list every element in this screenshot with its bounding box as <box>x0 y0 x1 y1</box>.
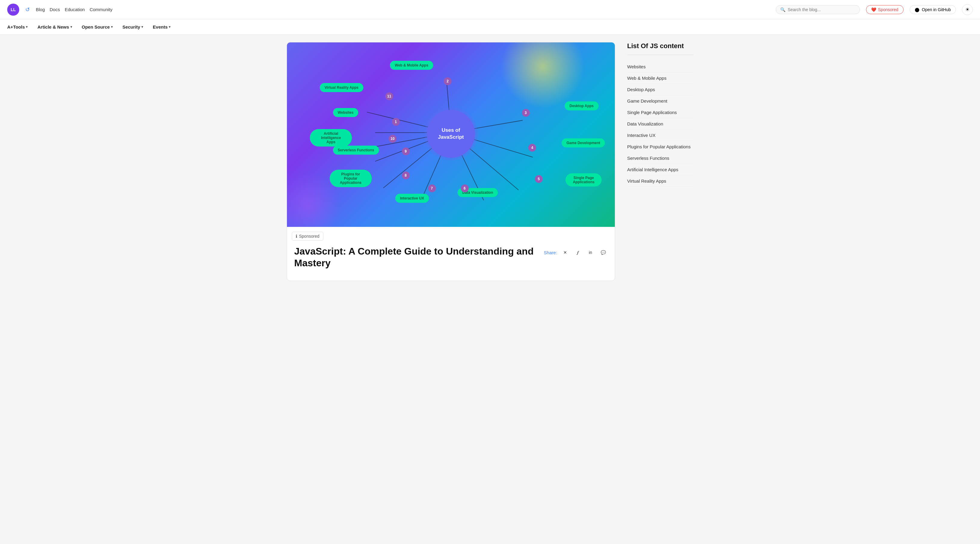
num-7: 7 <box>428 185 436 192</box>
node-game: Game Development <box>562 138 605 148</box>
article-title: JavaScript: A Complete Guide to Understa… <box>294 245 538 269</box>
nav-blog[interactable]: Blog <box>36 7 45 12</box>
nav-open-source[interactable]: Open Source ▾ <box>82 23 113 31</box>
nav-community[interactable]: Community <box>90 7 113 12</box>
theme-toggle[interactable]: ☀ <box>962 4 973 15</box>
num-6: 6 <box>461 185 469 192</box>
sidebar-item[interactable]: Interactive UX <box>627 130 693 141</box>
node-websites: Websites <box>333 108 358 117</box>
sidebar-item[interactable]: Virtual Reality Apps <box>627 175 693 187</box>
num-9: 9 <box>402 148 410 155</box>
article-sponsored-badge[interactable]: ℹ Sponsored <box>292 232 323 241</box>
nav-security[interactable]: Security ▾ <box>123 23 143 31</box>
nav-atools[interactable]: A+Tools ▾ <box>7 23 28 31</box>
github-icon: ⬤ <box>915 7 920 12</box>
search-bar: 🔍 <box>776 5 860 14</box>
chevron-down-icon: ▾ <box>70 25 72 29</box>
mindmap: Uses ofJavaScript Websites 1 Web & Mobil… <box>287 43 615 227</box>
logo[interactable]: LL <box>7 3 19 16</box>
refresh-icon[interactable]: ↺ <box>25 6 30 13</box>
sidebar-item[interactable]: Game Development <box>627 95 693 107</box>
search-input[interactable] <box>788 7 856 12</box>
node-ai: Artificial IntelligenceApps <box>310 129 352 146</box>
node-vr: Virtual Reality Apps <box>320 83 363 92</box>
linkedin-share-icon[interactable]: in <box>586 248 595 257</box>
chevron-down-icon: ▾ <box>169 25 170 29</box>
sidebar-item[interactable]: Data Visualization <box>627 118 693 130</box>
github-label: Open in GitHub <box>922 7 951 12</box>
secondary-nav: A+Tools ▾ Article & News ▾ Open Source ▾… <box>0 19 980 35</box>
chevron-down-icon: ▾ <box>142 25 143 29</box>
sidebar-title: List Of JS content <box>627 42 693 55</box>
top-nav: Blog Docs Education Community <box>36 7 113 12</box>
twitter-share-icon[interactable]: ✕ <box>561 248 570 257</box>
num-1: 1 <box>392 118 400 126</box>
node-plugins: Plugins for PopularApplications <box>330 170 372 187</box>
nav-events[interactable]: Events ▾ <box>153 23 170 31</box>
num-8: 8 <box>402 172 410 179</box>
sponsored-text: Sponsored <box>299 234 320 239</box>
search-icon: 🔍 <box>780 7 785 12</box>
whatsapp-share-icon[interactable]: 💬 <box>598 248 608 257</box>
num-10: 10 <box>389 135 396 143</box>
chevron-down-icon: ▾ <box>111 25 113 29</box>
node-spa: Single PageApplications <box>565 173 601 186</box>
sidebar-item[interactable]: Plugins for Popular Applications <box>627 141 693 153</box>
sidebar: List Of JS content WebsitesWeb & Mobile … <box>627 42 693 281</box>
article-card: Uses ofJavaScript Websites 1 Web & Mobil… <box>287 42 615 281</box>
info-icon: ℹ <box>296 234 297 239</box>
share-label: Share: <box>544 250 557 255</box>
nav-education[interactable]: Education <box>65 7 85 12</box>
node-web-mobile: Web & Mobile Apps <box>390 61 433 70</box>
sponsored-label: Sponsored <box>878 7 899 12</box>
num-3: 3 <box>522 109 530 117</box>
share-row: Share: ✕ 𝒇 in 💬 <box>544 248 608 257</box>
num-2: 2 <box>444 77 452 85</box>
article-area: Uses ofJavaScript Websites 1 Web & Mobil… <box>287 42 615 281</box>
sidebar-item[interactable]: Serverless Functions <box>627 153 693 164</box>
node-desktop: Desktop Apps <box>565 102 598 110</box>
sidebar-list: WebsitesWeb & Mobile AppsDesktop AppsGam… <box>627 61 693 187</box>
node-serverless: Serverless Functions <box>333 146 379 155</box>
sidebar-item[interactable]: Single Page Applications <box>627 107 693 118</box>
sidebar-item[interactable]: Desktop Apps <box>627 84 693 95</box>
chevron-down-icon: ▾ <box>26 25 28 29</box>
nav-article-news[interactable]: Article & News ▾ <box>37 23 72 31</box>
node-interactive: Interactive UX <box>395 194 429 203</box>
github-button[interactable]: ⬤ Open in GitHub <box>910 5 956 14</box>
mindmap-center: Uses ofJavaScript <box>427 110 475 157</box>
num-11: 11 <box>385 92 393 100</box>
sidebar-item[interactable]: Web & Mobile Apps <box>627 73 693 84</box>
header-top: LL ↺ Blog Docs Education Community 🔍 ❤️ … <box>0 0 980 19</box>
sponsored-button[interactable]: ❤️ Sponsored <box>866 5 904 14</box>
sidebar-item[interactable]: Websites <box>627 61 693 73</box>
facebook-share-icon[interactable]: 𝒇 <box>573 248 582 257</box>
sidebar-item[interactable]: Artificial Intelligence Apps <box>627 164 693 175</box>
heart-icon: ❤️ <box>871 7 876 12</box>
main-layout: Uses ofJavaScript Websites 1 Web & Mobil… <box>280 35 700 288</box>
article-content: JavaScript: A Complete Guide to Understa… <box>287 245 615 281</box>
nav-docs[interactable]: Docs <box>49 7 60 12</box>
